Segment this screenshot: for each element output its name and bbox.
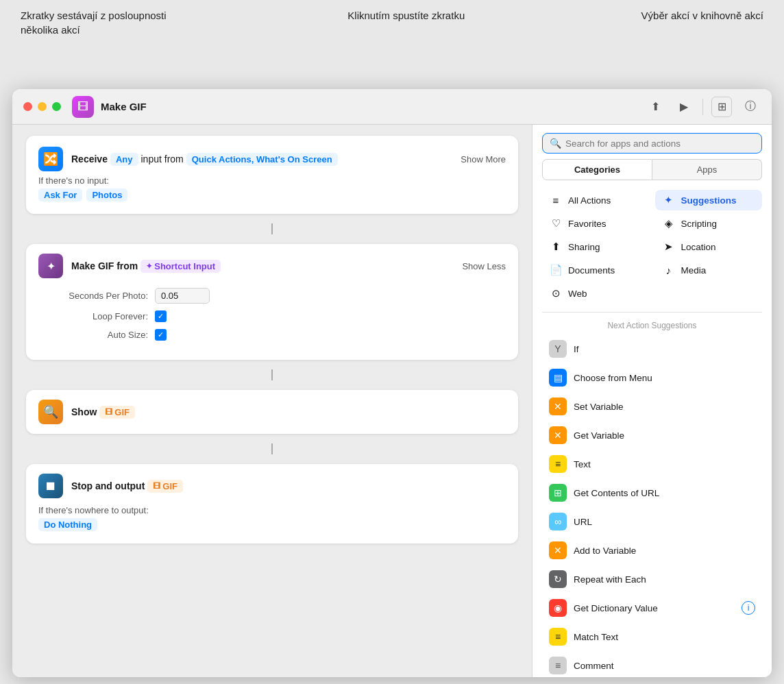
url-label: URL bbox=[574, 517, 592, 527]
suggestion-match-text[interactable]: ≡ Match Text bbox=[542, 622, 762, 651]
suggestions-icon: ✦ bbox=[662, 194, 676, 206]
tab-categories[interactable]: Categories bbox=[542, 159, 652, 180]
cat-location-label: Location bbox=[681, 242, 716, 252]
get-variable-icon: ✕ bbox=[549, 426, 567, 444]
do-nothing-chip[interactable]: Do Nothing bbox=[38, 518, 97, 531]
stop-gif-chip[interactable]: 🎞 GIF bbox=[147, 480, 183, 493]
tab-apps[interactable]: Apps bbox=[652, 159, 762, 180]
run-button[interactable]: ▶ bbox=[674, 97, 694, 117]
show-icon: 🔍 bbox=[38, 400, 63, 424]
show-title-row: Show 🎞 GIF bbox=[71, 406, 506, 419]
loop-field: Loop Forever: ✓ bbox=[38, 310, 506, 322]
loop-label: Loop Forever: bbox=[38, 311, 148, 321]
web-icon: ⊙ bbox=[549, 287, 563, 300]
share-button[interactable]: ⬆ bbox=[645, 97, 665, 117]
scripting-icon: ◈ bbox=[662, 217, 676, 230]
make-gif-label: Make GIF from bbox=[71, 260, 138, 271]
cat-scripting[interactable]: ◈ Scripting bbox=[655, 213, 763, 234]
add-action-button[interactable]: ⊞ bbox=[711, 97, 732, 117]
search-input[interactable] bbox=[565, 138, 755, 149]
suggestions-section: Next Action Suggestions Y If ▤ Choose fr… bbox=[532, 315, 772, 677]
stop-icon: ⏹ bbox=[38, 474, 63, 498]
seconds-field: Seconds Per Photo: 0.05 bbox=[38, 288, 506, 304]
media-icon: ♪ bbox=[662, 265, 676, 276]
text-icon: ≡ bbox=[549, 455, 567, 473]
app-icon: 🎞 bbox=[72, 96, 94, 118]
make-gif-details: Seconds Per Photo: 0.05 Loop Forever: ✓ … bbox=[26, 278, 518, 360]
cat-favorites[interactable]: ♡ Favorites bbox=[542, 213, 650, 234]
sharing-icon: ⬆ bbox=[549, 241, 563, 253]
shortcut-input-chip[interactable]: ✦ Shortcut Input bbox=[140, 260, 221, 273]
window-title: Make GIF bbox=[101, 101, 645, 112]
receive-label: Receive bbox=[71, 154, 108, 164]
annotations: Zkratky sestávají z posloupnosti několik… bbox=[0, 0, 784, 89]
cat-media[interactable]: ♪ Media bbox=[655, 260, 763, 280]
auto-size-field: Auto Size: ✓ bbox=[38, 329, 506, 341]
close-button[interactable] bbox=[23, 102, 32, 111]
documents-icon: 📄 bbox=[549, 264, 563, 276]
seconds-value[interactable]: 0.05 bbox=[155, 288, 210, 304]
add-to-variable-icon: ✕ bbox=[549, 541, 567, 559]
suggestion-comment[interactable]: ≡ Comment bbox=[542, 651, 762, 677]
get-dictionary-value-info[interactable]: i bbox=[742, 601, 755, 615]
cat-all-actions[interactable]: ≡ All Actions bbox=[542, 190, 650, 210]
suggestion-repeat-with-each[interactable]: ↻ Repeat with Each bbox=[542, 565, 762, 594]
search-wrap: 🔍 bbox=[542, 133, 762, 154]
cat-favorites-label: Favorites bbox=[568, 219, 607, 229]
connector-2 bbox=[26, 368, 518, 382]
stop-title-row: Stop and output 🎞 GIF bbox=[71, 480, 506, 493]
main-window: 🎞 Make GIF ⬆ ▶ ⊞ ⓘ 🔀 Receive Any bbox=[12, 89, 772, 677]
toolbar-divider bbox=[702, 99, 703, 115]
all-actions-icon: ≡ bbox=[549, 195, 563, 206]
add-to-variable-label: Add to Variable bbox=[574, 546, 636, 556]
auto-size-checkbox[interactable]: ✓ bbox=[155, 329, 167, 341]
suggestion-if[interactable]: Y If bbox=[542, 334, 762, 363]
suggestion-get-dictionary-value[interactable]: ◉ Get Dictionary Value i bbox=[542, 594, 762, 622]
no-input-options: Ask For Photos bbox=[38, 188, 506, 201]
loop-checkbox[interactable]: ✓ bbox=[155, 310, 167, 322]
no-input-label: If there's no input: bbox=[38, 175, 506, 186]
cat-sharing-label: Sharing bbox=[568, 242, 600, 252]
suggestion-set-variable[interactable]: ✕ Set Variable bbox=[542, 392, 762, 421]
cat-suggestions[interactable]: ✦ Suggestions bbox=[655, 190, 763, 210]
annotation-center: Kliknutím spustíte zkratku bbox=[347, 8, 465, 23]
show-less-button[interactable]: Show Less bbox=[462, 261, 506, 271]
cat-web[interactable]: ⊙ Web bbox=[542, 283, 650, 304]
cat-location[interactable]: ➤ Location bbox=[655, 236, 763, 257]
stop-card: ⏹ Stop and output 🎞 GIF If there's nowhe… bbox=[26, 464, 518, 543]
sources-chip[interactable]: Quick Actions, What's On Screen bbox=[186, 153, 338, 166]
photos-chip[interactable]: Photos bbox=[86, 188, 127, 201]
search-area: 🔍 bbox=[532, 125, 772, 159]
cat-documents[interactable]: 📄 Documents bbox=[542, 260, 650, 280]
cat-media-label: Media bbox=[681, 265, 707, 276]
if-label: If bbox=[574, 344, 579, 354]
comment-label: Comment bbox=[574, 661, 614, 671]
suggestion-add-to-variable[interactable]: ✕ Add to Variable bbox=[542, 536, 762, 565]
choose-menu-icon: ▤ bbox=[549, 369, 567, 387]
minimize-button[interactable] bbox=[38, 102, 47, 111]
maximize-button[interactable] bbox=[52, 102, 61, 111]
suggestion-choose-menu[interactable]: ▤ Choose from Menu bbox=[542, 363, 762, 392]
url-icon: ∞ bbox=[549, 513, 567, 530]
info-button[interactable]: ⓘ bbox=[740, 97, 761, 117]
show-label: Show bbox=[71, 406, 97, 417]
content-area: 🔀 Receive Any input from Quick Actions, … bbox=[12, 125, 772, 677]
comment-icon: ≡ bbox=[549, 657, 567, 674]
suggestion-text[interactable]: ≡ Text bbox=[542, 450, 762, 478]
get-dictionary-value-label: Get Dictionary Value bbox=[574, 603, 658, 613]
receive-title-row: Receive Any input from Quick Actions, Wh… bbox=[71, 153, 452, 166]
show-card: 🔍 Show 🎞 GIF bbox=[26, 390, 518, 434]
cat-sharing[interactable]: ⬆ Sharing bbox=[542, 236, 650, 257]
suggestion-get-contents-url[interactable]: ⊞ Get Contents of URL bbox=[542, 478, 762, 507]
receive-card-body: 🔀 Receive Any input from Quick Actions, … bbox=[26, 136, 518, 214]
suggestion-url[interactable]: ∞ URL bbox=[542, 507, 762, 536]
ask-for-chip[interactable]: Ask For bbox=[38, 188, 82, 201]
any-chip[interactable]: Any bbox=[110, 153, 138, 166]
shortcut-editor: 🔀 Receive Any input from Quick Actions, … bbox=[12, 125, 532, 677]
show-gif-chip[interactable]: 🎞 GIF bbox=[99, 406, 135, 419]
show-more-button[interactable]: Show More bbox=[461, 154, 506, 164]
connector-1 bbox=[26, 222, 518, 236]
cat-scripting-label: Scripting bbox=[681, 219, 718, 229]
categories-grid: ≡ All Actions ✦ Suggestions ♡ Favorites … bbox=[532, 187, 772, 309]
suggestion-get-variable[interactable]: ✕ Get Variable bbox=[542, 421, 762, 450]
